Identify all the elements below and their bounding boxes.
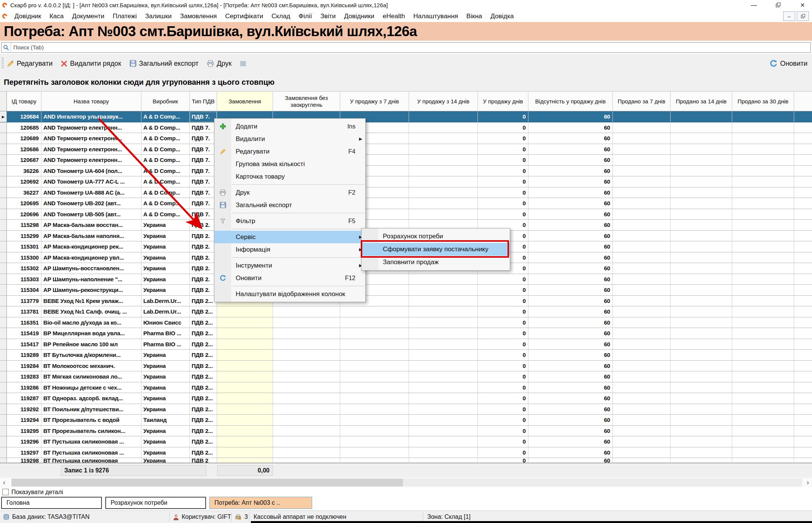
cell-product-name[interactable]: ВТ Пустышка силиконовая ... (41, 447, 141, 458)
context-menu-item[interactable]: Видалити▶ (214, 133, 365, 145)
cell-in-sale-days[interactable]: 0 (478, 122, 528, 133)
table-row[interactable]: 115303АР Шампунь-наполнение "...УкраинаП… (0, 274, 812, 285)
show-details-checkbox[interactable] (2, 489, 9, 495)
cell-product-id[interactable]: 119289 (7, 350, 41, 361)
cell-sold-7d[interactable] (613, 458, 671, 463)
cell-maker[interactable]: A & D Comp... (141, 133, 190, 144)
cell-absent-days[interactable]: 60 (528, 382, 613, 393)
cell-vat-type[interactable]: ПДВ 2. (190, 231, 217, 242)
cell-in-sale-14d[interactable] (409, 382, 478, 393)
cell-product-id[interactable]: 36226 (7, 166, 41, 177)
cell-in-sale-days[interactable]: 0 (478, 111, 528, 122)
cell-product-id[interactable]: 115301 (7, 241, 41, 252)
submenu-item[interactable]: Розрахунок потреби (362, 230, 510, 243)
cell-in-sale-days[interactable]: 0 (478, 166, 528, 177)
cell-in-sale-7d[interactable] (340, 317, 409, 328)
table-row[interactable]: 119283ВТ Мягкая силиконовая ло...Украина… (0, 371, 812, 382)
cell-sold-7d[interactable] (613, 252, 671, 263)
menu-item[interactable]: Склад (267, 13, 294, 20)
cell-in-sale-days[interactable]: 0 (478, 426, 528, 437)
edit-button[interactable]: Редагувати (7, 60, 52, 68)
cell-product-name[interactable]: AND Термометр електронн... (41, 122, 141, 133)
cell-sold-7d[interactable] (613, 296, 671, 307)
cell-vat-type[interactable]: ПДВ 7. (190, 133, 217, 144)
table-row[interactable]: 119297ВТ Пустышка силиконовая ...Украина… (0, 447, 812, 458)
cell-sold-30d[interactable] (732, 144, 794, 155)
cell-absent-days[interactable]: 60 (528, 328, 613, 339)
cell-maker[interactable]: Украина (141, 371, 190, 382)
cell-in-sale-14d[interactable] (409, 317, 478, 328)
cell-sold-7d[interactable] (613, 361, 671, 372)
cell-sold-14d[interactable] (671, 415, 732, 426)
table-row[interactable]: 120695AND Тонометр UB-202 (авт...A & D C… (0, 198, 812, 209)
cell-order-no-round[interactable] (273, 426, 340, 437)
cell-order[interactable] (217, 306, 273, 317)
cell-in-sale-7d[interactable] (340, 415, 409, 426)
cell-absent-days[interactable]: 60 (528, 231, 613, 242)
cell-sold-7d[interactable] (613, 122, 671, 133)
context-menu-item[interactable]: ОновитиF12 (214, 272, 365, 284)
cell-order[interactable] (217, 328, 273, 339)
cell-vat-type[interactable]: ПДВ 7. (190, 144, 217, 155)
context-menu-item[interactable]: РедагуватиF4 (214, 145, 365, 158)
column-header[interactable]: Продано за 14 днів (671, 92, 732, 111)
cell-sold-14d[interactable] (671, 241, 732, 252)
columns-button[interactable] (240, 60, 246, 67)
cell-product-id[interactable]: 119295 (7, 426, 41, 437)
cell-sold-14d[interactable] (671, 133, 732, 144)
cell-sold-30d[interactable] (732, 415, 794, 426)
cell-sold-30d[interactable] (732, 361, 794, 372)
cell-sold-14d[interactable] (671, 447, 732, 458)
cell-sold-7d[interactable] (613, 382, 671, 393)
cell-in-sale-7d[interactable] (340, 404, 409, 415)
cell-absent-days[interactable]: 60 (528, 111, 613, 122)
cell-in-sale-7d[interactable] (340, 306, 409, 317)
table-row[interactable]: 119292ВТ Поильник д/путешестви...Украина… (0, 404, 812, 415)
cell-order[interactable] (217, 382, 273, 393)
cell-vat-type[interactable]: ПДВ 2 (190, 458, 217, 463)
submenu-item[interactable]: Заповнити продаж (362, 256, 510, 269)
cell-maker[interactable]: Украина (141, 231, 190, 242)
cell-in-sale-days[interactable]: 0 (478, 296, 528, 307)
cell-order[interactable] (217, 404, 273, 415)
context-menu-item[interactable]: Сервіс▶ (214, 231, 365, 243)
table-row[interactable]: 113781BEBE Уход №1 Салф. очищ. ...Lab.De… (0, 306, 812, 317)
cell-absent-days[interactable]: 60 (528, 404, 613, 415)
cell-sold-7d[interactable] (613, 111, 671, 122)
cell-absent-days[interactable]: 60 (528, 296, 613, 307)
cell-product-id[interactable]: 120696 (7, 209, 41, 220)
cell-vat-type[interactable]: ПДВ 2... (190, 361, 217, 372)
cell-maker[interactable]: Украина (141, 382, 190, 393)
table-row[interactable]: 119294ВТ Прорезыватель с водойТаиландПДВ… (0, 415, 812, 426)
cell-sold-7d[interactable] (613, 274, 671, 285)
cell-in-sale-days[interactable]: 0 (478, 306, 528, 317)
cell-in-sale-14d[interactable] (409, 415, 478, 426)
cell-sold-30d[interactable] (732, 458, 794, 463)
cell-maker[interactable]: Украина (141, 285, 190, 296)
menu-item[interactable]: Замовлення (176, 13, 221, 20)
cell-product-name[interactable]: ВТ Бутылочка д/кормлени... (41, 350, 141, 361)
cell-in-sale-14d[interactable] (409, 458, 478, 463)
context-menu-item[interactable]: Групова зміна кількості (214, 158, 365, 170)
search-box[interactable] (1, 42, 811, 53)
menu-item[interactable]: Звіти (316, 13, 340, 20)
cell-vat-type[interactable]: ПДВ 2... (190, 426, 217, 437)
column-header[interactable]: У продажу з 7 днів (340, 92, 409, 111)
cell-product-id[interactable]: 115298 (7, 220, 41, 231)
cell-product-id[interactable]: 115302 (7, 263, 41, 274)
cell-order[interactable] (217, 447, 273, 458)
cell-in-sale-days[interactable]: 0 (478, 350, 528, 361)
cell-absent-days[interactable]: 60 (528, 426, 613, 437)
cell-maker[interactable]: A & D Comp... (141, 187, 190, 198)
cell-vat-type[interactable]: ПДВ 7. (190, 176, 217, 187)
cell-absent-days[interactable]: 60 (528, 436, 613, 447)
cell-vat-type[interactable]: ПДВ 2... (190, 447, 217, 458)
cell-in-sale-14d[interactable] (409, 296, 478, 307)
cell-absent-days[interactable]: 60 (528, 339, 613, 350)
cell-sold-30d[interactable] (732, 436, 794, 447)
cell-absent-days[interactable]: 60 (528, 155, 613, 166)
cell-in-sale-days[interactable]: 0 (478, 317, 528, 328)
cell-vat-type[interactable]: ПДВ 2... (190, 393, 217, 404)
cell-sold-7d[interactable] (613, 393, 671, 404)
cell-maker[interactable]: A & D Comp... (141, 209, 190, 220)
